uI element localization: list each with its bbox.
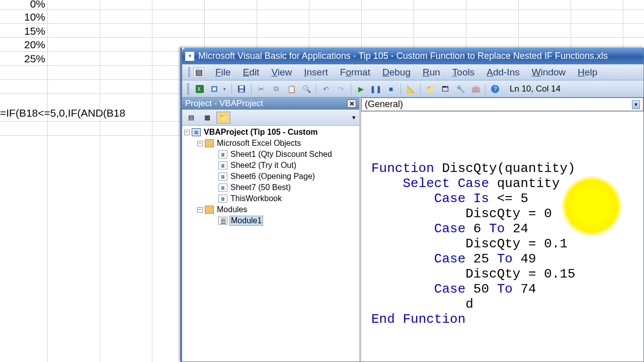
project-explorer-button[interactable]: 📁 <box>424 82 437 96</box>
svg-text:?: ? <box>494 85 497 93</box>
project-panel-title: Project - VBAProject <box>185 99 263 109</box>
tree-sheet[interactable]: ▥Sheet6 (Opening Page) <box>182 171 359 182</box>
tree-project-root[interactable]: − ▦ VBAProject (Tip 105 - Custom <box>182 127 359 138</box>
toggle-folders-button[interactable]: 📁 <box>216 112 230 124</box>
worksheet-icon: ▥ <box>218 172 227 180</box>
run-button[interactable]: ▶ <box>354 82 367 96</box>
properties-button[interactable]: 🗔 <box>439 82 452 96</box>
help-button[interactable]: ? <box>489 82 502 96</box>
undo-button[interactable]: ↶ <box>319 82 333 96</box>
code-line[interactable]: DiscQty = 0.15 <box>371 266 633 282</box>
tree-label: Sheet7 (50 Best) <box>229 183 292 192</box>
tree-module1[interactable]: ≣ Module1 <box>182 215 359 226</box>
menu-window[interactable]: Window <box>526 65 572 79</box>
design-mode-button[interactable]: 📐 <box>404 82 417 96</box>
toolbox-button[interactable]: 🧰 <box>469 82 482 96</box>
view-code-button[interactable]: ▤ <box>184 112 198 124</box>
code-line[interactable]: Case Is <= 5 <box>371 191 633 206</box>
folder-icon <box>205 206 214 214</box>
cell-value[interactable]: 15% <box>5 25 45 37</box>
redo-button[interactable]: ↷ <box>335 82 348 96</box>
tree-label: Sheet1 (Qty Discount Sched <box>229 150 333 159</box>
tree-sheet[interactable]: ▥Sheet1 (Qty Discount Sched <box>182 149 359 160</box>
collapse-icon[interactable]: − <box>184 130 190 135</box>
project-panel-title-bar[interactable]: Project - VBAProject ✕ <box>182 98 359 110</box>
collapse-icon[interactable]: − <box>197 141 203 146</box>
view-object-button[interactable]: ▦ <box>200 112 214 124</box>
tree-excel-objects[interactable]: − Microsoft Excel Objects <box>182 138 359 149</box>
code-line[interactable]: Case 25 To 49 <box>371 251 633 266</box>
view-excel-button[interactable]: X <box>193 82 206 96</box>
svg-rect-3 <box>213 87 216 90</box>
code-editor[interactable]: Function DiscQty(quantity) Select Case q… <box>361 112 643 361</box>
tree-sheet[interactable]: ▥Sheet7 (50 Best) <box>182 182 359 193</box>
svg-rect-6 <box>239 89 244 92</box>
code-line[interactable]: Case 50 To 74 <box>371 282 633 297</box>
menu-insert[interactable]: Insert <box>298 65 334 79</box>
paste-button[interactable]: 📋 <box>285 82 298 96</box>
menu-view[interactable]: View <box>265 65 298 79</box>
tree-label: Sheet2 (Try it Out) <box>229 161 297 170</box>
cell-value[interactable]: 0% <box>5 0 45 10</box>
system-icon[interactable]: ▤ <box>193 67 204 77</box>
project-tree[interactable]: − ▦ VBAProject (Tip 105 - Custom − Micro… <box>182 126 359 361</box>
tree-label: VBAProject (Tip 105 - Custom <box>203 128 318 137</box>
tree-modules-folder[interactable]: − Modules <box>182 204 359 215</box>
object-combo[interactable]: (General) ▼ <box>361 98 643 111</box>
window-title: Microsoft Visual Basic for Applications … <box>198 51 608 61</box>
tree-label: Modules <box>216 205 248 214</box>
workbook-icon: ▥ <box>218 195 227 203</box>
formula-bar-text[interactable]: =IF(B18<=5,0,IF(AND(B18 <box>0 107 125 119</box>
break-button[interactable]: ❚❚ <box>369 82 382 96</box>
title-bar[interactable]: ✦ Microsoft Visual Basic for Application… <box>182 48 643 64</box>
dropdown-icon[interactable]: ▼ <box>632 100 640 109</box>
object-combo-value: (General) <box>365 99 403 110</box>
copy-button[interactable]: ⧉ <box>270 82 283 96</box>
line-col-indicator: Ln 10, Col 14 <box>510 84 560 94</box>
tree-sheet[interactable]: ▥Sheet2 (Try it Out) <box>182 160 359 171</box>
svg-rect-5 <box>239 86 244 88</box>
project-explorer-panel: Project - VBAProject ✕ ▤ ▦ 📁 ▾ − ▦ VBAPr… <box>182 98 361 361</box>
panel-menu-button[interactable]: ▾ <box>350 112 357 124</box>
collapse-icon[interactable]: − <box>197 207 203 213</box>
toolbar: X ▾ ✂ ⧉ 📋 🔍 ↶ ↷ ▶ ❚❚ ■ 📐 📁 🗔 🔧 🧰 ? Ln 10… <box>182 80 643 98</box>
menu-addins[interactable]: Add-Ins <box>480 65 526 79</box>
code-line[interactable]: End Function <box>371 312 633 327</box>
worksheet-icon: ▥ <box>218 184 227 192</box>
menu-debug[interactable]: Debug <box>376 65 417 79</box>
find-button[interactable]: 🔍 <box>300 82 313 96</box>
tree-label: Module1 <box>229 216 263 226</box>
code-line[interactable]: DiscQty = 0 <box>371 206 633 221</box>
menu-tools[interactable]: Tools <box>446 65 480 79</box>
code-line[interactable]: Select Case quantity <box>371 176 633 191</box>
code-line[interactable]: DiscQty = 0.1 <box>371 236 633 251</box>
code-line[interactable]: d <box>371 297 633 312</box>
insert-dropdown[interactable]: ▾ <box>223 86 228 92</box>
close-panel-button[interactable]: ✕ <box>347 100 356 108</box>
tree-label: Microsoft Excel Objects <box>216 139 302 148</box>
menu-file[interactable]: File <box>209 65 237 79</box>
menu-run[interactable]: Run <box>417 65 446 79</box>
project-panel-toolbar: ▤ ▦ 📁 ▾ <box>182 110 359 126</box>
reset-button[interactable]: ■ <box>384 82 397 96</box>
tree-label: ThisWorkbook <box>229 194 283 203</box>
menu-grip[interactable] <box>188 67 190 77</box>
code-line[interactable]: Function DiscQty(quantity) <box>371 161 633 176</box>
toolbar-grip[interactable] <box>187 83 189 95</box>
menu-format[interactable]: Format <box>334 65 376 79</box>
cell-value[interactable]: 25% <box>5 53 45 65</box>
object-browser-button[interactable]: 🔧 <box>454 82 467 96</box>
code-line[interactable]: Case 6 To 24 <box>371 221 633 236</box>
module-icon: ≣ <box>218 217 227 225</box>
cut-button[interactable]: ✂ <box>255 82 268 96</box>
folder-icon <box>205 139 214 147</box>
tree-thisworkbook[interactable]: ▥ThisWorkbook <box>182 193 359 204</box>
menu-edit[interactable]: Edit <box>237 65 266 79</box>
menu-help[interactable]: Help <box>572 65 603 79</box>
cell-value[interactable]: 10% <box>5 11 45 23</box>
cell-value[interactable]: 20% <box>5 39 45 51</box>
save-button[interactable] <box>235 82 248 96</box>
tree-label: Sheet6 (Opening Page) <box>229 172 316 181</box>
insert-button[interactable] <box>208 82 221 96</box>
worksheet-icon: ▥ <box>218 150 227 158</box>
